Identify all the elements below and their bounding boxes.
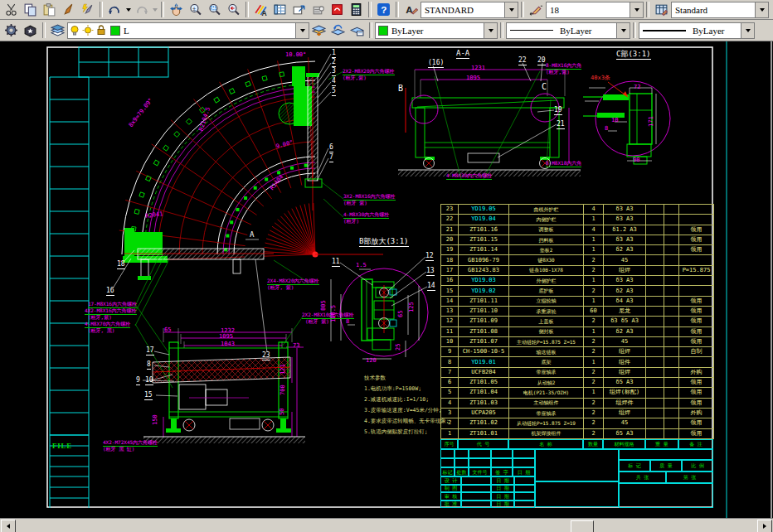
text-height-icon[interactable] (527, 1, 546, 18)
layer-freeze-sun-icon[interactable] (81, 22, 95, 39)
match-properties-icon[interactable] (78, 1, 97, 18)
make-layer-current-icon[interactable] (309, 22, 328, 39)
help-icon[interactable]: ? (374, 1, 393, 18)
drawing-label: 90 (633, 157, 639, 163)
layer-states-icon[interactable] (348, 22, 367, 39)
linetype-sample (510, 30, 553, 31)
text-style-combo[interactable]: STANDARD (421, 2, 518, 18)
layers-icon[interactable] (48, 22, 67, 39)
parts-row: 9CH-1500-10-5输送链板2组焊自制 (441, 347, 714, 357)
chevron-down-icon[interactable] (484, 23, 497, 38)
pan-icon[interactable] (167, 1, 186, 18)
parts-cell: 从动轴2 (509, 378, 584, 388)
linetype-combo[interactable]: ByLayer (506, 22, 630, 39)
redline-icon[interactable]: A (251, 1, 270, 18)
balloon-label: 11 (332, 259, 340, 267)
parts-cell (664, 326, 679, 336)
title-block-cell: 比 例 (682, 460, 713, 472)
parts-cell: 机架焊接组件 (509, 428, 584, 438)
format-painter-icon[interactable] (59, 1, 78, 18)
parts-cell: CH-1500-10-5 (459, 347, 509, 357)
parts-cell (646, 296, 664, 306)
undo-dropdown[interactable] (124, 1, 132, 18)
parts-cell: δ4 A3 (604, 296, 646, 306)
parts-cell: 带座轴承 (509, 408, 584, 418)
scroll-thumb[interactable] (571, 520, 594, 532)
chevron-down-icon[interactable] (504, 2, 518, 17)
balloon-label: 23 (262, 352, 270, 360)
separator (369, 22, 372, 38)
layer-manager-dialog-icon[interactable] (270, 1, 289, 18)
layer-color-swatch[interactable] (110, 26, 120, 36)
chevron-down-icon[interactable] (295, 23, 309, 38)
balloon-label: 16 (106, 288, 114, 296)
title-block-cell (491, 449, 513, 458)
drawing-label: 40x3条 (591, 75, 610, 81)
chevron-down-icon[interactable] (616, 23, 630, 38)
parts-row: 15YD19.02底护板2δ2 A3 (441, 286, 714, 296)
scroll-right-button[interactable] (757, 520, 772, 532)
layer-on-bulb-icon[interactable] (68, 22, 81, 39)
drawing-label: 50 (280, 409, 285, 415)
title-block-cell (440, 458, 455, 467)
parts-cell (646, 408, 664, 418)
horizontal-scrollbar[interactable] (0, 518, 773, 532)
copy-icon[interactable] (21, 1, 40, 18)
chevron-down-icon[interactable] (755, 2, 768, 17)
table-style-combo[interactable]: Standard (671, 2, 769, 18)
parts-cell: 1 (584, 276, 604, 286)
parts-cell (646, 265, 664, 275)
redo-icon[interactable] (132, 1, 151, 18)
chevron-down-icon[interactable] (741, 23, 754, 38)
parts-cell (664, 317, 679, 326)
title-block-cell (461, 492, 491, 501)
redo-dropdown[interactable] (151, 1, 158, 18)
parts-cell (664, 205, 679, 215)
undo-icon[interactable] (105, 1, 124, 18)
parts-cell: YD19.02 (459, 286, 509, 296)
scroll-left-button[interactable] (1, 520, 16, 532)
title-block-cell (514, 492, 535, 501)
layer-previous-icon[interactable] (328, 22, 348, 39)
drawing-label: 125 (409, 302, 415, 312)
parts-cell (664, 215, 679, 225)
drawing-canvas[interactable]: 10.00°8x9=79.09°R2104.59.00°R1404R204112… (0, 41, 773, 518)
design-center-icon[interactable] (289, 1, 309, 18)
parts-cell: 领用 (679, 306, 714, 316)
parts-cell (646, 317, 664, 326)
parts-cell: 2 (584, 378, 604, 388)
zoom-previous-icon[interactable] (224, 1, 243, 18)
parts-cell: δ5 A3 (604, 378, 646, 388)
zoom-window-icon[interactable] (205, 1, 224, 18)
title-block-cell (455, 458, 469, 467)
chevron-down-icon[interactable] (630, 2, 643, 17)
parts-cell: 侧封板 (509, 326, 584, 336)
layer-combo[interactable]: L (67, 22, 309, 39)
parts-cell (664, 357, 679, 367)
lineweight-combo[interactable]: ByLayer (639, 22, 755, 39)
drawing-label: 4-M8X30内六角螺栓 (446, 173, 492, 180)
layer-lock-icon[interactable] (95, 22, 108, 39)
zoom-realtime-icon[interactable]: ± (186, 1, 205, 18)
parts-cell (664, 367, 679, 377)
sheet-set-icon[interactable] (309, 1, 328, 18)
parts-row: 18GB1096-79键8X30245 (441, 255, 714, 265)
tech-param-line: 3.皮带输送速度:V=45米/分钟; (364, 405, 479, 416)
color-combo[interactable]: ByLayer (375, 22, 498, 39)
paste-icon[interactable] (40, 1, 59, 18)
balloon-label: 10 (145, 377, 153, 385)
parts-cell: 键8X30 (509, 255, 584, 265)
parts-cell: 21 (441, 225, 459, 235)
draw-order-icon[interactable] (2, 22, 21, 39)
block-icon[interactable] (21, 22, 40, 39)
balloon-label: 14 (427, 283, 435, 291)
text-style-icon[interactable]: A (401, 1, 421, 18)
markup-icon[interactable] (328, 1, 347, 18)
drawing-label: 150 (153, 414, 158, 425)
parts-cell: ZT101.11 (459, 296, 509, 306)
text-height-combo[interactable]: 18 (546, 2, 644, 18)
parts-cell: 内侧护栏 (509, 215, 584, 225)
table-style-icon[interactable] (652, 1, 671, 18)
calculator-icon[interactable] (347, 1, 366, 18)
cut-icon[interactable] (2, 1, 21, 18)
